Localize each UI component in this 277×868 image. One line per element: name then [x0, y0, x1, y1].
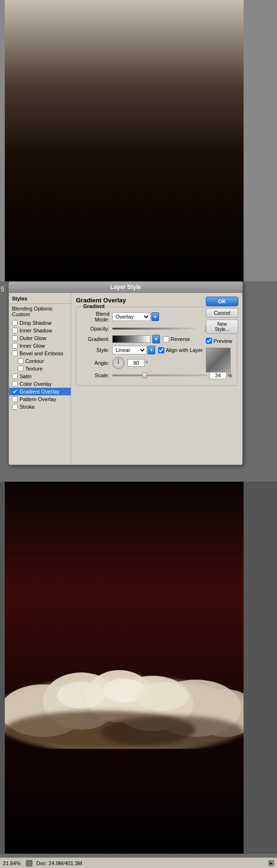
svg-point-9: [136, 682, 189, 711]
satin-label: Satin: [20, 373, 32, 379]
angle-input[interactable]: [128, 359, 145, 367]
color-overlay-checkbox[interactable]: [12, 381, 18, 387]
drop-shadow-checkbox[interactable]: [12, 320, 18, 326]
preview-thumbnail: [206, 348, 231, 372]
pattern-overlay-label: Pattern Overlay: [20, 396, 56, 402]
preview-checkbox[interactable]: [206, 338, 212, 344]
dialog-titlebar: Layer Style: [9, 282, 242, 293]
style-item-contour[interactable]: Contour: [9, 357, 71, 365]
contour-label: Contour: [25, 358, 44, 364]
status-arrow-btn[interactable]: ►: [268, 860, 274, 866]
canvas-bottom: [0, 482, 277, 854]
style-item-inner-glow[interactable]: Inner Glow: [9, 342, 71, 350]
opacity-label: Opacity:: [81, 326, 112, 331]
pattern-overlay-checkbox[interactable]: [12, 396, 18, 402]
scale-input[interactable]: [209, 372, 226, 379]
style-item-pattern-overlay[interactable]: Pattern Overlay: [9, 395, 71, 403]
style-item-texture[interactable]: Texture: [9, 365, 71, 372]
styles-panel-title: Styles: [9, 295, 71, 304]
align-layer-checkbox[interactable]: [158, 347, 164, 353]
gradient-label: Gradient:: [81, 336, 112, 342]
gradient-overlay-label: Gradient Overlay: [20, 389, 59, 394]
canvas-top: [0, 0, 277, 281]
drop-shadow-label: Drop Shadow: [20, 320, 52, 326]
layer-style-dialog: Layer Style Styles Blending Options: Cus…: [9, 281, 243, 465]
style-item-inner-shadow[interactable]: Inner Shadow: [9, 327, 71, 334]
status-icon-svg: [27, 861, 32, 866]
stroke-label: Stroke: [20, 404, 35, 410]
cloud-svg: [5, 653, 244, 749]
scale-slider[interactable]: [112, 374, 207, 376]
style-item-color-overlay[interactable]: Color Overlay: [9, 380, 71, 388]
outer-glow-label: Outer Glow: [20, 335, 46, 341]
style-select[interactable]: Linear: [112, 346, 147, 354]
style-item-outer-glow[interactable]: Outer Glow: [9, 334, 71, 342]
style-item-gradient-overlay[interactable]: Gradient Overlay: [9, 388, 71, 395]
dialog-body: Styles Blending Options: Custom Drop Sha…: [9, 293, 242, 465]
color-overlay-label: Color Overlay: [20, 381, 52, 387]
style-item-satin[interactable]: Satin: [9, 372, 71, 380]
style-label: Style:: [81, 347, 112, 353]
blending-options-item[interactable]: Blending Options: Custom: [9, 305, 71, 318]
scale-row: Scale: %: [81, 372, 232, 379]
inner-shadow-checkbox[interactable]: [12, 328, 18, 333]
contour-checkbox[interactable]: [18, 358, 23, 364]
angle-center: [118, 362, 119, 364]
scale-unit: %: [227, 372, 232, 378]
inner-glow-checkbox[interactable]: [12, 343, 18, 349]
outer-glow-checkbox[interactable]: [12, 335, 18, 341]
canvas-image-bottom: [5, 482, 244, 854]
inner-glow-label: Inner Glow: [20, 343, 45, 349]
style-item-stroke[interactable]: Stroke: [9, 403, 71, 411]
texture-label: Texture: [25, 366, 43, 372]
dialog-title: Layer Style: [110, 284, 141, 290]
align-layer-group: Align with Layer: [158, 347, 203, 353]
style-item-drop-shadow[interactable]: Drop Shadow: [9, 319, 71, 327]
svg-point-11: [100, 715, 244, 749]
dialog-overlay: Layer Style Styles Blending Options: Cus…: [0, 281, 277, 482]
scale-slider-thumb[interactable]: [142, 372, 147, 378]
bevel-emboss-label: Bevel and Emboss: [20, 351, 64, 356]
blend-mode-select[interactable]: Overlay: [112, 312, 150, 321]
cloud-layer: [5, 653, 244, 749]
blend-mode-arrow[interactable]: ▼: [151, 312, 159, 321]
dialog-buttons: OK Cancel New Style... Preview: [206, 297, 238, 372]
scale-label: Scale:: [81, 372, 112, 378]
stroke-checkbox[interactable]: [12, 404, 18, 410]
style-arrow[interactable]: ▼: [148, 346, 155, 354]
blend-mode-label: Blend Mode:: [81, 311, 112, 322]
angle-dial[interactable]: [112, 357, 125, 369]
angle-unit: °: [146, 360, 148, 366]
canvas-image-top: [5, 0, 244, 281]
bevel-emboss-checkbox[interactable]: [12, 351, 18, 356]
reverse-checkbox[interactable]: [163, 336, 169, 342]
gradient-bar[interactable]: [112, 335, 150, 343]
settings-panel: Gradient Overlay Gradient Blend Mode: Ov…: [71, 293, 242, 465]
cancel-button[interactable]: Cancel: [206, 308, 238, 318]
texture-checkbox[interactable]: [18, 366, 23, 372]
angle-label: Angle:: [81, 360, 112, 366]
style-item-bevel-emboss[interactable]: Bevel and Emboss: [9, 350, 71, 357]
scale-slider-container: %: [112, 372, 232, 379]
preview-group: Preview: [206, 338, 238, 344]
ok-button[interactable]: OK: [206, 297, 238, 306]
status-doc: Doc: 24.9M/401.3M: [36, 860, 265, 866]
align-layer-label: Align with Layer: [166, 347, 203, 353]
gradient-arrow[interactable]: ▼: [152, 335, 160, 343]
reverse-label: Reverse: [170, 336, 190, 342]
satin-checkbox[interactable]: [12, 373, 18, 379]
reverse-group: Reverse: [163, 336, 190, 342]
status-icon-left[interactable]: [26, 860, 32, 867]
status-zoom: 21.84%: [3, 860, 22, 866]
new-style-button[interactable]: New Style...: [206, 320, 238, 334]
status-bar: 21.84% Doc: 24.9M/401.3M ►: [0, 858, 277, 868]
preview-label-text: Preview: [213, 338, 232, 344]
opacity-slider[interactable]: [112, 328, 207, 330]
gradient-overlay-checkbox[interactable]: [12, 389, 18, 394]
gradient-group-title: Gradient: [81, 303, 107, 309]
svg-point-7: [57, 682, 105, 709]
inner-shadow-label: Inner Shadow: [20, 328, 52, 333]
styles-panel: Styles Blending Options: Custom Drop Sha…: [9, 293, 71, 465]
